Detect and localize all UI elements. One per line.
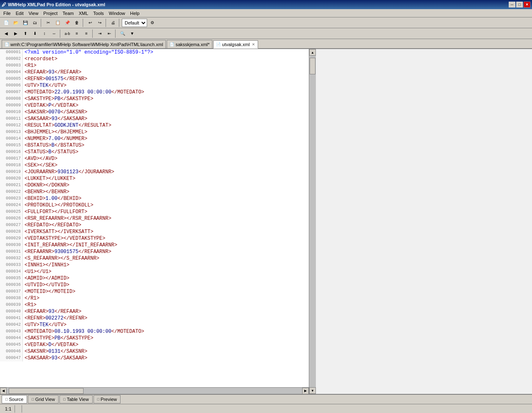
tool2-btn5[interactable]: ↕ xyxy=(40,29,49,38)
code-line: 000014 <NUMMER>7.00</NUMMER> xyxy=(0,135,309,142)
horizontal-scrollbar[interactable]: ◀ ▶ xyxy=(0,387,309,394)
tab-saksskjema[interactable]: 📄 saksskjema.xml* xyxy=(167,40,212,48)
minimize-button[interactable]: ─ xyxy=(509,2,515,7)
menu-tools[interactable]: Tools xyxy=(91,10,106,17)
tool2-btn3[interactable]: ⬆ xyxy=(21,29,30,38)
line-content: <FULLFORT></FULLFORT> xyxy=(23,209,89,215)
line-content: <SAKSAAR>93</SAKSAAR> xyxy=(23,116,89,122)
hscroll-track[interactable] xyxy=(7,388,302,394)
line-number: 000027 xyxy=(0,222,23,229)
table-label: Table View xyxy=(67,397,89,402)
line-number: 000018 xyxy=(0,162,23,169)
copy-button[interactable]: 📋 xyxy=(53,18,62,27)
line-content: <R1> xyxy=(23,302,38,308)
line-content: <MOTEDATO>08.10.1993 00:00:00</MOTEDATO> xyxy=(23,328,146,335)
tool2-btn10[interactable]: ⇤ xyxy=(105,29,114,38)
code-line: 000032 <S_REFAARNR></S_REFAARNR> xyxy=(0,255,309,262)
menu-xml[interactable]: XML xyxy=(76,10,91,17)
line-content: <NUMMER>7.00</NUMMER> xyxy=(23,135,89,142)
save-button[interactable]: 💾 xyxy=(21,18,30,27)
code-line: 000043 <MOTEDATO>08.10.1993 00:00:00</MO… xyxy=(0,328,309,335)
code-line: 000001<?xml version="1.0" encoding="ISO-… xyxy=(0,49,309,56)
tool2-ab[interactable]: a-b xyxy=(63,29,72,38)
hscroll-thumb[interactable] xyxy=(9,388,84,394)
undo-button[interactable]: ↩ xyxy=(86,18,95,27)
sep7 xyxy=(115,30,117,38)
tab-preview[interactable]: □ Preview xyxy=(94,395,121,403)
save-all-button[interactable]: 🗂 xyxy=(30,18,39,27)
line-content: <REFAAR>93</REFAAR> xyxy=(23,308,83,315)
line-number: 000003 xyxy=(0,62,23,69)
vscroll-track[interactable] xyxy=(309,56,316,387)
scroll-down-button[interactable]: ▼ xyxy=(309,387,316,394)
menu-window[interactable]: Window xyxy=(106,10,128,17)
vertical-scrollbar[interactable]: ▲ ▼ xyxy=(309,49,316,394)
new-button[interactable]: 📄 xyxy=(2,18,11,27)
tab-launch-label: wmh:C:\Programfiler\WMHelp Software\WMHe… xyxy=(10,42,163,47)
tool2-btn8[interactable]: ≡ xyxy=(82,29,91,38)
scroll-left-button[interactable]: ◀ xyxy=(0,388,7,394)
sep3 xyxy=(106,19,107,27)
tool2-btn7[interactable]: ≡ xyxy=(72,29,81,38)
scroll-right-button[interactable]: ▶ xyxy=(302,388,309,394)
code-line: 000033 <INNH1></INNH1> xyxy=(0,262,309,268)
grid-label: Grid View xyxy=(35,397,55,402)
tab-utvalgsak[interactable]: 📄 utvalgsak.xml ✕ xyxy=(213,40,258,49)
menu-view[interactable]: View xyxy=(26,10,41,17)
line-number: 000044 xyxy=(0,335,23,342)
tab-source[interactable]: □ Source xyxy=(2,395,27,403)
tab-launch-xml[interactable]: 📄 wmh:C:\Programfiler\WMHelp Software\WM… xyxy=(2,40,166,48)
close-button[interactable]: ✕ xyxy=(524,2,530,7)
paste-button[interactable]: 📌 xyxy=(63,18,72,27)
line-content: <BHJEMMEL></BHJEMMEL> xyxy=(23,129,89,135)
menu-team[interactable]: Team xyxy=(60,10,76,17)
tab-table-view[interactable]: □ Table View xyxy=(59,395,92,403)
line-number: 000041 xyxy=(0,315,23,322)
tool2-btn12[interactable]: ▼ xyxy=(128,29,137,38)
tool2-btn2[interactable]: ▶ xyxy=(11,29,20,38)
line-content: <AVD></AVD> xyxy=(23,155,59,162)
menu-file[interactable]: File xyxy=(1,10,13,17)
line-content: <RESULTAT>GODKJENT</RESULTAT> xyxy=(23,122,113,129)
line-content: <STATUS>B</STATUS> xyxy=(23,149,80,155)
line-content: <UTV>TEK</UTV> xyxy=(23,322,68,328)
position-label: 1:1 xyxy=(5,406,11,411)
code-editor[interactable]: 000001<?xml version="1.0" encoding="ISO-… xyxy=(0,49,309,387)
line-content: <BSTATUS>B</BSTATUS> xyxy=(23,142,86,149)
line-number: 000015 xyxy=(0,142,23,149)
tool2-btn4[interactable]: ⬇ xyxy=(30,29,39,38)
code-line: 000044 <SAKSTYPE>PB</SAKSTYPE> xyxy=(0,335,309,342)
code-line: 000046 <SAKSNR>0131</SAKSNR> xyxy=(0,348,309,355)
tool2-btn9[interactable]: ⇥ xyxy=(95,29,104,38)
line-content: <SAKSTYPE>PB</SAKSTYPE> xyxy=(23,96,95,102)
vscroll-thumb[interactable] xyxy=(310,58,315,74)
maximize-button[interactable]: □ xyxy=(516,2,523,7)
profile-select[interactable]: Default xyxy=(122,19,147,27)
tool2-btn1[interactable]: ◀ xyxy=(2,29,11,38)
menu-edit[interactable]: Edit xyxy=(13,10,26,17)
tool2-btn11[interactable]: 🔍 xyxy=(118,29,127,38)
print-button[interactable]: 🖨 xyxy=(108,18,118,27)
line-content: <ADMID></ADMID> xyxy=(23,275,71,282)
source-label: Source xyxy=(9,397,23,402)
open-button[interactable]: 📂 xyxy=(11,18,20,27)
delete-button[interactable]: 🗑 xyxy=(72,18,81,27)
table-icon: □ xyxy=(63,397,65,401)
title-bar-controls: ─ □ ✕ xyxy=(509,2,530,7)
tab-grid-view[interactable]: □ Grid View xyxy=(28,395,59,403)
cut-button[interactable]: ✂ xyxy=(44,18,53,27)
tab-utvalg-label: utvalgsak.xml xyxy=(222,42,250,47)
tool2-btn6[interactable]: ↔ xyxy=(49,29,59,38)
menu-project[interactable]: Project xyxy=(41,10,60,17)
document-tab-bar: 📄 wmh:C:\Programfiler\WMHelp Software\WM… xyxy=(0,39,532,49)
tab-close-button[interactable]: ✕ xyxy=(252,42,255,47)
line-number: 000035 xyxy=(0,275,23,282)
menu-help[interactable]: Help xyxy=(128,10,142,17)
redo-button[interactable]: ↪ xyxy=(95,18,104,27)
profile-settings[interactable]: ⚙ xyxy=(148,18,157,27)
line-content: <LUKKET></LUKKET> xyxy=(23,175,77,182)
app-icon: 🖊 xyxy=(2,2,6,7)
scroll-up-button[interactable]: ▲ xyxy=(309,49,316,56)
line-content: <MOTEDATO>22.09.1993 00:00:00</MOTEDATO> xyxy=(23,89,146,96)
code-line: 000023 <BEHID>1.00</BEHID> xyxy=(0,195,309,202)
